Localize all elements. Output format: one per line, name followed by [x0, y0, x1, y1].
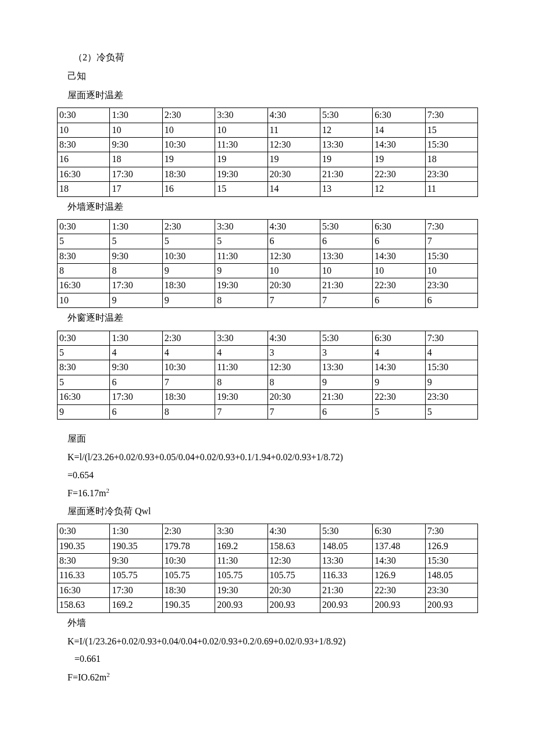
table-row: 190.35190.35179.78169.2158.63148.05137.4… — [58, 539, 478, 553]
window-diff-table: 0:301:302:303:304:305:306:307:30 5444334… — [57, 331, 478, 420]
table-row: 16:3017:3018:3019:3020:3021:3022:3023:30 — [58, 278, 478, 293]
roof-Qwl-title: 屋面逐时冷负荷 Qwl — [57, 505, 478, 518]
section-heading: （2）冷负荷 — [57, 51, 478, 64]
table-row: 8:309:3010:3011:3012:3013:3014:3015:30 — [58, 360, 478, 375]
wall-diff-table: 0:301:302:303:304:305:306:307:30 5555666… — [57, 219, 478, 308]
window-diff-title: 外窗逐时温差 — [57, 311, 478, 324]
table-row: 0:301:302:303:304:305:306:307:30 — [58, 108, 478, 123]
wall-K-formula: K=I/(1/23.26+0.02/0.93+0.04/0.04+0.02/0.… — [57, 635, 478, 648]
table-row: 0:301:302:303:304:305:306:307:30 — [58, 219, 478, 234]
wall-label: 外墙 — [57, 617, 478, 629]
roof-label: 屋面 — [57, 432, 478, 445]
table-row: 1618191919191918 — [58, 152, 478, 167]
roof-K-formula: K=l/(l/23.26+0.02/0.93+0.05/0.04+0.02/0.… — [57, 451, 478, 464]
roof-F: F=16.17m2 — [57, 486, 478, 500]
wall-K-result: =0.661 — [57, 653, 478, 665]
table-row: 8:309:3010:3011:3012:3013:3014:3015:30 — [58, 137, 478, 152]
wall-F: F=IO.62m2 — [57, 671, 478, 685]
roof-diff-table: 0:301:302:303:304:305:306:307:30 1010101… — [57, 108, 478, 196]
table-row: 8:309:3010:3011:3012:3013:3014:3015:30 — [58, 249, 478, 263]
table-row: 1010101011121415 — [58, 123, 478, 137]
table-row: 889910101010 — [58, 264, 478, 278]
table-row: 16:3017:3018:3019:3020:3021:3022:3023:30 — [58, 583, 478, 597]
table-row: 1817161514131211 — [58, 182, 478, 196]
table-row: 8:309:3010:3011:3012:3013:3014:3015:30 — [58, 554, 478, 568]
roof-diff-title: 屋面逐时温差 — [57, 89, 478, 102]
table-row: 0:301:302:303:304:305:306:307:30 — [58, 331, 478, 345]
table-row: 16:3017:3018:3019:3020:3021:3022:3023:30 — [58, 390, 478, 404]
wall-diff-title: 外墙逐时温差 — [57, 200, 478, 213]
table-row: 56788999 — [58, 375, 478, 389]
table-row: 0:301:302:303:304:305:306:307:30 — [58, 524, 478, 539]
roof-K-result: =0.654 — [57, 469, 478, 482]
table-row: 16:3017:3018:3019:3020:3021:3022:3023:30 — [58, 167, 478, 181]
table-row: 96877655 — [58, 404, 478, 419]
known-label: 己知 — [57, 70, 478, 83]
table-row: 116.33105.75105.75105.75105.75116.33126.… — [58, 568, 478, 583]
table-row: 55556667 — [58, 234, 478, 249]
table-row: 54443344 — [58, 346, 478, 360]
table-row: 158.63169.2190.35200.93200.93200.93200.9… — [58, 598, 478, 612]
table-row: 109987766 — [58, 293, 478, 307]
roof-Qwl-table: 0:301:302:303:304:305:306:307:30 190.351… — [57, 524, 478, 612]
